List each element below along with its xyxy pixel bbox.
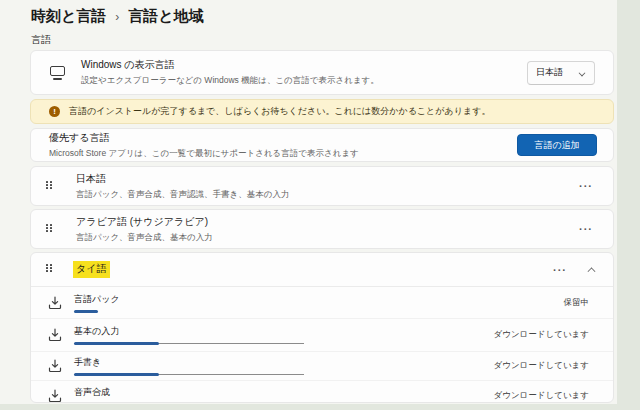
drag-handle-icon[interactable] (46, 264, 54, 275)
more-options-icon[interactable]: ··· (553, 268, 567, 272)
language-name-highlighted: タイ語 (73, 261, 110, 278)
more-options-icon[interactable]: ··· (579, 184, 593, 188)
drag-handle-icon[interactable] (46, 181, 54, 192)
page-title: 言語と地域 (128, 7, 203, 26)
download-icon (48, 296, 62, 310)
language-row-thai-expanded: タイ語 ··· 言語パック 保留中 基本の入力 ダウンロードしています 手書き (30, 252, 614, 403)
progress-bar (74, 373, 304, 376)
feature-status: ダウンロードしています (494, 329, 590, 341)
language-row-arabic[interactable]: アラビア語 (サウジアラビア) 言語パック、音声合成、基本の入力 ··· (30, 209, 614, 249)
warning-text: 言語のインストールが完了するまで、しばらくお待ちください。これには数分かかること… (69, 105, 490, 118)
language-row-japanese[interactable]: 日本語 言語パック、音声合成、音声認識、手書き、基本の入力 ··· (30, 166, 614, 206)
language-name: アラビア語 (サウジアラビア) (76, 215, 213, 229)
feature-status: 保留中 (564, 297, 590, 309)
display-language-title: Windows の表示言語 (81, 58, 379, 72)
display-language-card: Windows の表示言語 設定やエクスプローラーなどの Windows 機能は… (30, 50, 614, 95)
feature-label: 手書き (74, 356, 304, 369)
feature-row-language-pack: 言語パック 保留中 (31, 287, 613, 319)
preferred-languages-title: 優先する言語 (49, 131, 359, 145)
feature-status: ダウンロードしています (494, 360, 590, 372)
feature-status: ダウンロードしています (494, 390, 590, 402)
preferred-languages-subtitle: Microsoft Store アプリは、この一覧で最初にサポートされる言語で表… (49, 148, 359, 160)
download-icon (48, 328, 62, 342)
language-features: 言語パック、音声合成、音声認識、手書き、基本の入力 (76, 189, 290, 201)
download-icon (48, 389, 62, 403)
add-language-button[interactable]: 言語の追加 (517, 134, 597, 156)
install-warning-banner: ! 言語のインストールが完了するまで、しばらくお待ちください。これには数分かかる… (30, 99, 614, 124)
preferred-languages-card: 優先する言語 Microsoft Store アプリは、この一覧で最初にサポート… (30, 128, 614, 162)
breadcrumb-parent[interactable]: 時刻と言語 (31, 7, 106, 26)
chevron-up-icon[interactable] (587, 266, 597, 274)
more-options-icon[interactable]: ··· (579, 227, 593, 231)
feature-label: 音声合成 (74, 386, 304, 399)
feature-label: 基本の入力 (74, 325, 304, 338)
breadcrumb-separator-icon: › (115, 10, 119, 24)
breadcrumb: 時刻と言語 › 言語と地域 (31, 7, 204, 26)
drag-handle-icon[interactable] (46, 224, 54, 235)
language-row-thai-header[interactable]: タイ語 ··· (31, 253, 613, 287)
feature-label: 言語パック (74, 293, 304, 306)
display-language-selected: 日本語 (536, 66, 563, 79)
section-label-language: 言語 (31, 33, 51, 47)
progress-bar (74, 342, 304, 345)
feature-row-handwriting: 手書き ダウンロードしています (31, 352, 613, 381)
feature-row-basic-typing: 基本の入力 ダウンロードしています (31, 319, 613, 352)
download-icon (48, 359, 62, 373)
chevron-down-icon (579, 69, 586, 76)
warning-icon: ! (49, 106, 60, 117)
display-language-subtitle: 設定やエクスプローラーなどの Windows 機能は、この言語で表示されます。 (81, 75, 379, 87)
language-features: 言語パック、音声合成、基本の入力 (76, 232, 213, 244)
monitor-icon (49, 66, 67, 80)
progress-bar (74, 310, 304, 313)
language-name: 日本語 (76, 172, 290, 186)
settings-window: 時刻と言語 › 言語と地域 言語 Windows の表示言語 設定やエクスプロー… (0, 0, 617, 404)
display-language-dropdown[interactable]: 日本語 (527, 61, 595, 85)
feature-row-speech-synthesis: 音声合成 ダウンロードしています (31, 381, 613, 403)
